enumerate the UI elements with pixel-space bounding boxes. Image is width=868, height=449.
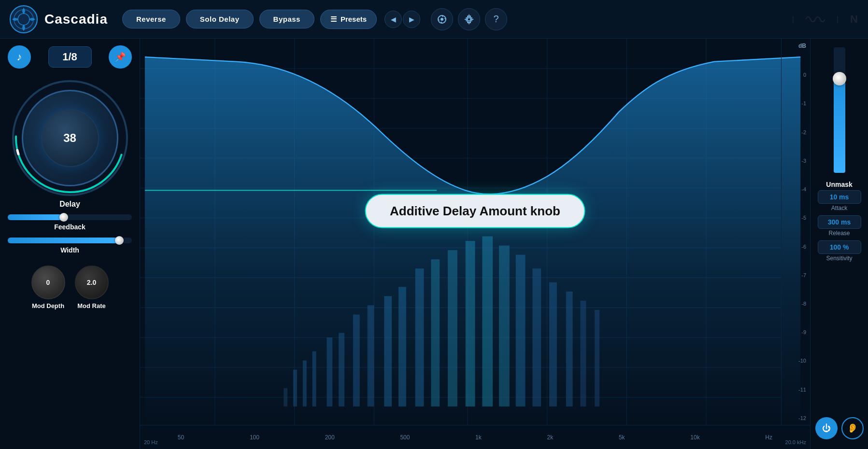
unmask-label: Unmask	[826, 181, 852, 188]
presets-label: Presets	[341, 15, 367, 23]
power-button[interactable]: ⏻	[815, 417, 838, 439]
gear-icon	[464, 14, 474, 25]
prev-icon: ◀	[391, 15, 396, 23]
freq-2k: 2k	[547, 434, 554, 441]
freq-5k: 5k	[619, 434, 625, 441]
feedback-thumb	[59, 213, 68, 222]
feedback-fill	[8, 214, 64, 220]
settings-button[interactable]	[458, 8, 480, 30]
record-button[interactable]	[431, 8, 453, 30]
solo-delay-button[interactable]: Solo Delay	[186, 10, 254, 28]
bottom-icons: ⏻ 👂	[815, 417, 864, 444]
header-right: | | N	[788, 13, 858, 26]
time-value: 1/8	[62, 51, 77, 63]
freq-labels: 50 100 200 500 1k 2k 5k 10k Hz	[140, 434, 810, 441]
width-section: Width	[8, 238, 132, 256]
freq-500: 500	[400, 434, 410, 441]
freq-100: 100	[250, 434, 259, 441]
music-button[interactable]: ♪	[8, 45, 31, 69]
next-icon: ▶	[409, 15, 414, 23]
release-value-box[interactable]: 300 ms	[818, 215, 861, 229]
db-label-header: dB	[798, 42, 806, 49]
release-label: Release	[828, 230, 850, 237]
small-knobs-row: 0 Mod Depth 2.0 Mod Rate	[31, 266, 109, 309]
db-label-3: -3	[801, 158, 806, 164]
eq-curve-svg	[140, 39, 810, 425]
power-icon: ⏻	[822, 423, 831, 434]
freq-200: 200	[325, 434, 335, 441]
fader-fill	[834, 79, 845, 173]
svg-point-4	[441, 18, 443, 21]
knob-value-display: 38	[41, 109, 99, 167]
pin-button[interactable]: 📌	[109, 45, 132, 69]
reverse-button[interactable]: Reverse	[122, 10, 180, 28]
freq-hz: Hz	[765, 434, 772, 441]
question-icon: ?	[494, 14, 499, 25]
attack-value-box[interactable]: 10 ms	[818, 190, 861, 204]
sensitivity-value-box[interactable]: 100 %	[818, 240, 861, 254]
nav-arrows: ◀ ▶	[384, 11, 420, 28]
prev-preset-button[interactable]: ◀	[384, 11, 402, 28]
knob-value: 38	[63, 131, 76, 145]
header-icons: ?	[431, 8, 507, 30]
record-icon	[437, 14, 447, 25]
db-label-9: -9	[801, 329, 806, 335]
help-button[interactable]: ?	[485, 8, 507, 30]
app-title: Cascadia	[44, 12, 108, 27]
main: ♪ 1/8 📌 38	[0, 39, 868, 449]
tooltip-text: Additive Delay Amount knob	[390, 204, 560, 218]
fader-track	[834, 47, 845, 173]
width-slider[interactable]	[8, 238, 132, 243]
db-label-10: -10	[798, 358, 806, 364]
width-label: Width	[8, 246, 132, 254]
freq-1k: 1k	[475, 434, 482, 441]
db-label-4: -4	[801, 186, 806, 192]
attack-label: Attack	[831, 205, 847, 211]
mod-rate-value: 2.0	[87, 279, 96, 286]
freq-50: 50	[178, 434, 184, 441]
feedback-slider[interactable]	[8, 214, 132, 220]
freq-max-label: 20.0 kHz	[785, 439, 806, 445]
mod-depth-display: 0	[31, 266, 65, 299]
db-label-11: -11	[798, 387, 806, 393]
mod-depth-section: 0 Mod Depth	[31, 266, 65, 309]
ear-button[interactable]: 👂	[841, 417, 864, 439]
ni-logo: N	[850, 13, 858, 26]
db-label-6: -6	[801, 244, 806, 250]
mod-depth-knob[interactable]: 0	[31, 266, 65, 299]
left-panel: ♪ 1/8 📌 38	[0, 39, 140, 449]
width-thumb	[115, 236, 124, 245]
wave-icon	[806, 14, 825, 25]
width-fill	[8, 238, 119, 243]
top-controls: ♪ 1/8 📌	[8, 45, 132, 69]
db-label-2: -2	[801, 129, 806, 135]
fader-thumb	[833, 72, 846, 85]
db-label-12: -12	[798, 415, 806, 421]
music-icon: ♪	[17, 51, 22, 63]
time-display: 1/8	[48, 46, 92, 68]
presets-button[interactable]: ☰ Presets	[320, 10, 377, 29]
freq-axis: 20 Hz 50 100 200 500 1k 2k 5k 10k Hz 20.…	[140, 425, 810, 449]
separator: |	[792, 15, 794, 24]
next-preset-button[interactable]: ▶	[403, 11, 420, 28]
freq-10k: 10k	[690, 434, 699, 441]
bypass-button[interactable]: Bypass	[259, 10, 314, 28]
logo-area: Cascadia	[10, 5, 108, 33]
delay-knob[interactable]: 38	[12, 80, 128, 196]
center-panel: Additive Delay Amount knob dB 0 -1 -2 -3…	[140, 39, 810, 449]
feedback-section: Feedback	[8, 214, 132, 233]
mod-rate-label: Mod Rate	[77, 302, 106, 309]
db-label-1: -1	[801, 100, 806, 106]
header: Cascadia Reverse Solo Delay Bypass ☰ Pre…	[0, 0, 868, 39]
db-label-5: -5	[801, 215, 806, 221]
svg-point-5	[468, 17, 471, 21]
mod-rate-display: 2.0	[75, 266, 109, 299]
header-buttons: Reverse Solo Delay Bypass ☰ Presets ◀ ▶	[122, 8, 507, 30]
volume-fader[interactable]	[834, 47, 845, 173]
db-label-7: -7	[801, 272, 806, 278]
db-axis: dB 0 -1 -2 -3 -4 -5 -6 -7 -8 -9 -10 -11 …	[781, 39, 810, 425]
mod-depth-label: Mod Depth	[32, 302, 64, 309]
mod-rate-knob[interactable]: 2.0	[75, 266, 109, 299]
logo-icon	[10, 5, 38, 33]
mod-rate-section: 2.0 Mod Rate	[75, 266, 109, 309]
